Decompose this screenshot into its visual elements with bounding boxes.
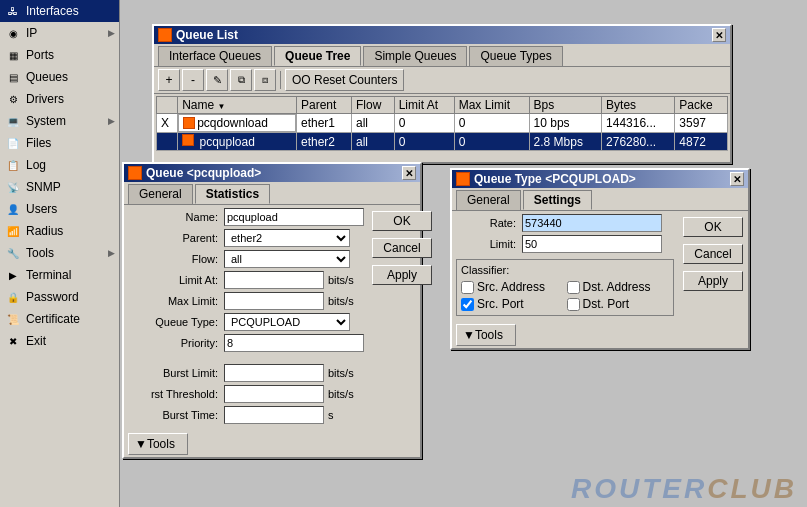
tab-interface-queues[interactable]: Interface Queues: [158, 46, 272, 66]
form-row-burst-time: Burst Time: s: [124, 406, 368, 424]
sidebar-item-system[interactable]: 💻 System ▶: [0, 110, 119, 132]
col-header-bytes[interactable]: Bytes: [602, 97, 675, 114]
table-row[interactable]: pcqupload ether2 all 0 0 2.8 Mbps 276280…: [157, 133, 728, 151]
input-burst-limit[interactable]: [224, 364, 324, 382]
col-header-bps[interactable]: Bps: [529, 97, 601, 114]
col-header-limit-at[interactable]: Limit At: [394, 97, 454, 114]
sidebar-item-certificate[interactable]: 📜 Certificate: [0, 308, 119, 330]
input-priority[interactable]: [224, 334, 364, 352]
tools-button-bottom[interactable]: ▼Tools: [128, 433, 188, 455]
pcq-ok-button[interactable]: OK: [683, 217, 743, 237]
pcq-type-actions: OK Cancel Apply: [678, 211, 748, 348]
edit-button[interactable]: ✎: [206, 69, 228, 91]
sidebar-item-interfaces[interactable]: 🖧 Interfaces: [0, 0, 119, 22]
tab-queue-types[interactable]: Queue Types: [469, 46, 562, 66]
drivers-icon: ⚙: [4, 90, 22, 108]
cancel-button[interactable]: Cancel: [372, 238, 432, 258]
tools-arrow: ▶: [108, 248, 115, 258]
input-limit[interactable]: [522, 235, 662, 253]
sidebar-label-log: Log: [26, 158, 46, 172]
queue-edit-window: Queue <pcqupload> ✕ General Statistics N…: [122, 162, 422, 459]
pcq-apply-button[interactable]: Apply: [683, 271, 743, 291]
select-flow[interactable]: all: [224, 250, 350, 268]
classifier-group: Classifier: Src. Address Dst. Address Sr…: [456, 259, 674, 316]
checkbox-dst-port[interactable]: [567, 298, 580, 311]
sidebar-item-terminal[interactable]: ▶ Terminal: [0, 264, 119, 286]
checkbox-src-port[interactable]: [461, 298, 474, 311]
sidebar-item-exit[interactable]: ✖ Exit: [0, 330, 119, 352]
sidebar-label-ip: IP: [26, 26, 37, 40]
tab-queue-edit-general[interactable]: General: [128, 184, 193, 204]
row2-icon: [182, 134, 194, 146]
pcq-type-form: Rate: Limit: Classifier: Src. Address: [452, 211, 678, 348]
form-row-priority: Priority:: [124, 334, 368, 352]
row1-bytes: 144316...: [602, 114, 675, 133]
select-parent[interactable]: ether2: [224, 229, 350, 247]
queue-edit-close-button[interactable]: ✕: [402, 166, 416, 180]
input-burst-time[interactable]: [224, 406, 324, 424]
copy-button[interactable]: ⧉: [230, 69, 252, 91]
label-parent: Parent:: [128, 232, 218, 244]
paste-button[interactable]: ⧈: [254, 69, 276, 91]
sidebar-item-queues[interactable]: ▤ Queues: [0, 66, 119, 88]
pcq-type-tab-bar: General Settings: [452, 188, 748, 211]
tab-pcq-settings[interactable]: Settings: [523, 190, 592, 210]
queue-list-close-button[interactable]: ✕: [712, 28, 726, 42]
col-header-max-limit[interactable]: Max Limit: [454, 97, 529, 114]
sidebar-item-users[interactable]: 👤 Users: [0, 198, 119, 220]
remove-button[interactable]: -: [182, 69, 204, 91]
sidebar-item-ports[interactable]: ▦ Ports: [0, 44, 119, 66]
sidebar-item-tools[interactable]: 🔧 Tools ▶: [0, 242, 119, 264]
apply-button[interactable]: Apply: [372, 265, 432, 285]
pcq-type-close-button[interactable]: ✕: [730, 172, 744, 186]
pcq-cancel-button[interactable]: Cancel: [683, 244, 743, 264]
input-rate[interactable]: [522, 214, 662, 232]
label-name: Name:: [128, 211, 218, 223]
checkbox-dst-address[interactable]: [567, 281, 580, 294]
system-arrow: ▶: [108, 116, 115, 126]
form-row-rate: Rate:: [452, 214, 678, 232]
tab-pcq-general[interactable]: General: [456, 190, 521, 210]
col-header-parent[interactable]: Parent: [296, 97, 351, 114]
queue-edit-titlebar: Queue <pcqupload> ✕: [124, 164, 420, 182]
sidebar-item-password[interactable]: 🔒 Password: [0, 286, 119, 308]
row2-bytes: 276280...: [602, 133, 675, 151]
sidebar-item-ip[interactable]: ◉ IP ▶: [0, 22, 119, 44]
pcq-tools-button[interactable]: ▼Tools: [456, 324, 516, 346]
sidebar-item-snmp[interactable]: 📡 SNMP: [0, 176, 119, 198]
add-button[interactable]: +: [158, 69, 180, 91]
label-burst-time: Burst Time:: [128, 409, 218, 421]
tab-queue-tree[interactable]: Queue Tree: [274, 46, 361, 66]
row1-name: pcqdownload: [178, 114, 296, 132]
col-header-flow[interactable]: Flow: [352, 97, 395, 114]
sidebar-item-radius[interactable]: 📶 Radius: [0, 220, 119, 242]
input-rst-threshold[interactable]: [224, 385, 324, 403]
pcq-bottom-toolbar: ▼Tools: [452, 322, 678, 348]
sidebar-item-files[interactable]: 📄 Files: [0, 132, 119, 154]
classifier-src-address[interactable]: Src. Address: [461, 280, 564, 294]
select-queue-type[interactable]: PCQUPLOAD: [224, 313, 350, 331]
col-header-packets[interactable]: Packe: [675, 97, 728, 114]
input-max-limit[interactable]: [224, 292, 324, 310]
classifier-label: Classifier:: [461, 264, 669, 276]
radius-icon: 📶: [4, 222, 22, 240]
input-limit-at[interactable]: [224, 271, 324, 289]
classifier-dst-address[interactable]: Dst. Address: [567, 280, 670, 294]
row1-packets: 3597: [675, 114, 728, 133]
classifier-dst-port[interactable]: Dst. Port: [567, 297, 670, 311]
tab-simple-queues[interactable]: Simple Queues: [363, 46, 467, 66]
checkbox-src-address[interactable]: [461, 281, 474, 294]
sidebar-item-drivers[interactable]: ⚙ Drivers: [0, 88, 119, 110]
pcq-type-title-icon: [456, 172, 470, 186]
input-name[interactable]: [224, 208, 364, 226]
label-rate: Rate:: [456, 217, 516, 229]
reset-counters-button[interactable]: OO Reset Counters: [285, 69, 404, 91]
sidebar-item-log[interactable]: 📋 Log: [0, 154, 119, 176]
tab-queue-edit-statistics[interactable]: Statistics: [195, 184, 270, 204]
ok-button[interactable]: OK: [372, 211, 432, 231]
table-row[interactable]: X pcqdownload ether1 all 0 0 10 bps 1443…: [157, 114, 728, 133]
row2-mark: [157, 133, 178, 151]
classifier-src-port[interactable]: Src. Port: [461, 297, 564, 311]
queue-edit-title: Queue <pcqupload>: [146, 166, 261, 180]
col-header-name[interactable]: Name ▼: [178, 97, 297, 114]
